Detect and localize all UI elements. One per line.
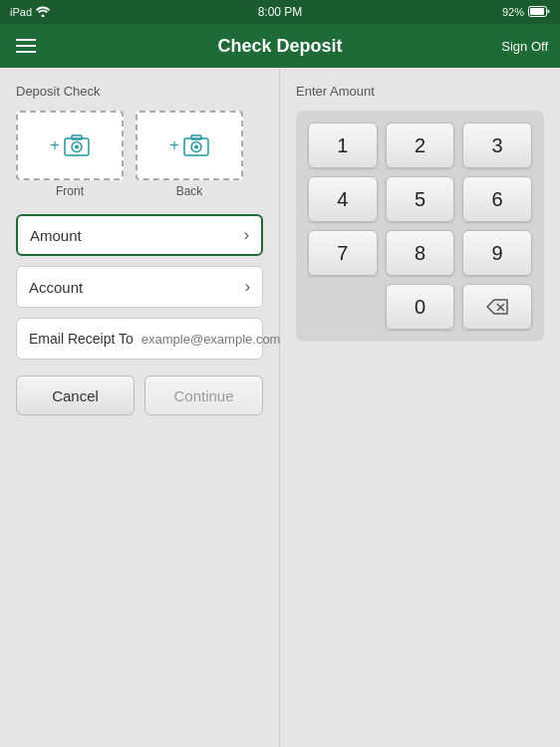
- action-buttons: Cancel Continue: [16, 375, 263, 415]
- numpad-key-2[interactable]: 2: [386, 123, 455, 168]
- continue-button[interactable]: Continue: [144, 375, 263, 415]
- numpad-key-9[interactable]: 9: [462, 230, 532, 276]
- enter-amount-title: Enter Amount: [296, 84, 544, 99]
- header: Check Deposit Sign Off: [0, 24, 560, 68]
- cancel-button[interactable]: Cancel: [16, 375, 135, 415]
- right-panel: Enter Amount 1234567890: [280, 68, 560, 747]
- wifi-icon: [36, 6, 50, 19]
- status-bar-time: 8:00 PM: [258, 5, 303, 19]
- numpad-key-5[interactable]: 5: [386, 176, 455, 222]
- account-chevron-icon: ›: [245, 278, 250, 296]
- page-title: Check Deposit: [217, 36, 342, 57]
- status-bar-left: iPad: [10, 6, 50, 19]
- svg-rect-10: [191, 135, 201, 139]
- battery-icon: [528, 6, 550, 19]
- amount-chevron-icon: ›: [244, 226, 249, 244]
- email-receipt-field[interactable]: Email Receipt To: [16, 318, 263, 360]
- hamburger-line-3: [16, 51, 36, 53]
- sign-off-button[interactable]: Sign Off: [501, 39, 548, 54]
- check-images-row: + Front +: [16, 111, 263, 198]
- account-field[interactable]: Account ›: [16, 266, 263, 308]
- front-check-container: + Front: [16, 111, 124, 198]
- ipad-label: iPad: [10, 6, 32, 18]
- svg-rect-2: [530, 8, 544, 15]
- amount-label: Amount: [30, 227, 82, 244]
- svg-point-0: [42, 14, 45, 17]
- back-check-container: + Back: [136, 111, 243, 198]
- left-panel: Deposit Check + Front: [0, 68, 280, 747]
- numpad-key-8[interactable]: 8: [386, 230, 455, 276]
- numpad-key-3[interactable]: 3: [462, 123, 532, 168]
- battery-percent: 92%: [502, 6, 524, 18]
- amount-field[interactable]: Amount ›: [16, 214, 263, 256]
- numpad-grid: 1234567890: [308, 123, 532, 330]
- hamburger-line-1: [16, 39, 36, 41]
- front-check-upload[interactable]: +: [16, 111, 124, 180]
- numpad-key-4[interactable]: 4: [308, 176, 378, 222]
- status-bar-right: 92%: [502, 6, 550, 19]
- numpad-key-6[interactable]: 6: [462, 176, 532, 222]
- back-plus-icon: +: [169, 136, 178, 154]
- front-check-icon: +: [50, 134, 89, 156]
- back-check-icon: +: [169, 134, 208, 156]
- menu-button[interactable]: [12, 35, 40, 57]
- status-bar: iPad 8:00 PM 92%: [0, 0, 560, 24]
- back-label: Back: [176, 184, 203, 198]
- numpad-key-1[interactable]: 1: [308, 123, 378, 168]
- email-receipt-label: Email Receipt To: [29, 331, 134, 347]
- numpad-key-0[interactable]: 0: [386, 284, 455, 330]
- numpad-backspace[interactable]: [462, 284, 532, 330]
- front-plus-icon: +: [50, 136, 59, 154]
- hamburger-line-2: [16, 45, 36, 47]
- deposit-check-title: Deposit Check: [16, 84, 263, 99]
- numpad-key-7[interactable]: 7: [308, 230, 378, 276]
- back-check-upload[interactable]: +: [136, 111, 243, 180]
- svg-rect-6: [72, 135, 82, 139]
- main-content: Deposit Check + Front: [0, 68, 560, 747]
- numpad-container: 1234567890: [296, 111, 544, 342]
- front-label: Front: [56, 184, 84, 198]
- svg-point-5: [75, 145, 79, 149]
- numpad-empty: [308, 284, 378, 330]
- svg-point-9: [194, 145, 198, 149]
- account-label: Account: [29, 279, 83, 296]
